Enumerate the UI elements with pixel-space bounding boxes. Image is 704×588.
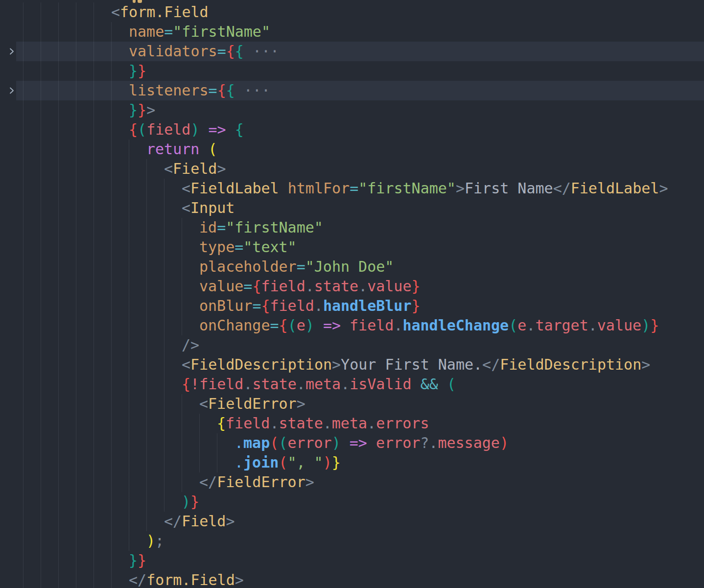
token: form.Field <box>120 3 209 21</box>
code-text: <Input <box>23 198 235 218</box>
code-line[interactable]: <Input <box>0 198 704 218</box>
code-line[interactable]: .join(", ")} <box>0 453 704 472</box>
token: error <box>376 434 420 451</box>
token: Your First Name. <box>341 356 482 373</box>
token: > <box>297 395 305 412</box>
token: ( <box>279 454 287 471</box>
token: > <box>146 101 155 118</box>
token: FieldDescription <box>190 356 332 373</box>
token: } <box>129 552 138 569</box>
code-line[interactable]: id="firstName" <box>0 218 704 237</box>
code-line[interactable]: }}> <box>0 100 704 120</box>
code-text: <FieldError> <box>23 394 305 414</box>
token: = <box>350 180 358 197</box>
code-editor[interactable]: <form.Fieldname="firstName"validators={{… <box>0 0 704 588</box>
code-line[interactable]: <form.Field <box>0 2 704 22</box>
token: ( <box>447 376 456 393</box>
token: value <box>597 317 641 334</box>
code-line[interactable]: {field.state.meta.errors <box>0 414 704 433</box>
token <box>341 434 350 451</box>
token: field <box>270 297 314 314</box>
token: . <box>314 297 323 314</box>
code-line[interactable]: onBlur={field.handleBlur} <box>0 296 704 316</box>
token: ) <box>190 121 199 138</box>
token: Field <box>173 160 217 177</box>
code-text: onChange={(e) => field.handleChange(e.ta… <box>23 316 659 335</box>
token: } <box>650 317 659 334</box>
token: } <box>190 493 199 510</box>
code-line[interactable]: return ( <box>0 140 704 159</box>
code-line[interactable]: .map((error) => error?.message) <box>0 433 704 453</box>
code-line[interactable]: }} <box>0 61 704 81</box>
token: < <box>182 180 190 197</box>
code-line[interactable]: placeholder="John Doe" <box>0 257 704 277</box>
code-text: validators={{ ··· <box>23 42 279 61</box>
token: "firstName" <box>173 23 270 40</box>
token: placeholder <box>199 258 297 275</box>
code-line[interactable]: type="text" <box>0 237 704 257</box>
code-line-highlighted[interactable]: listeners={{ ··· <box>0 81 704 100</box>
token: field <box>226 415 270 432</box>
fold-chevron-right-icon[interactable] <box>7 47 16 56</box>
code-line[interactable]: onChange={(e) => field.handleChange(e.ta… <box>0 316 704 335</box>
fold-chevron-right-icon[interactable] <box>7 86 16 95</box>
token: "firstName" <box>358 180 456 197</box>
code-line-highlighted[interactable]: validators={{ ··· <box>0 42 704 61</box>
token: > <box>456 180 465 197</box>
token: => <box>323 317 341 334</box>
token: { <box>129 121 138 138</box>
folded-code-ellipsis[interactable]: ··· <box>244 82 270 99</box>
code-text: <FieldDescription>Your First Name.</Fiel… <box>23 355 650 375</box>
token: ) <box>641 317 650 334</box>
token: field <box>199 376 243 393</box>
token: state <box>279 415 323 432</box>
token: > <box>332 356 341 373</box>
token: onBlur <box>199 297 252 314</box>
code-line[interactable]: <Field> <box>0 159 704 179</box>
code-line[interactable]: /> <box>0 335 704 355</box>
code-line[interactable]: }} <box>0 551 704 570</box>
token: Field <box>182 513 226 530</box>
token: e <box>517 317 526 334</box>
token: id <box>199 219 217 236</box>
code-text: .join(", ")} <box>23 453 341 472</box>
code-line[interactable]: ); <box>0 531 704 551</box>
code-line[interactable]: name="firstName" <box>0 22 704 42</box>
token: } <box>129 62 138 79</box>
token: < <box>182 199 190 216</box>
token: } <box>412 278 421 295</box>
token: message <box>438 434 499 451</box>
token: = <box>297 258 305 275</box>
token <box>314 317 323 334</box>
token: = <box>209 82 217 99</box>
code-line[interactable]: </FieldError> <box>0 472 704 492</box>
folded-code-ellipsis[interactable]: ··· <box>253 43 279 60</box>
code-line[interactable]: {!field.state.meta.isValid && ( <box>0 375 704 394</box>
token: > <box>217 160 226 177</box>
token: ", " <box>287 454 323 471</box>
token: => <box>350 434 367 451</box>
token: < <box>182 356 190 373</box>
code-line[interactable]: <FieldLabel htmlFor="firstName">First Na… <box>0 179 704 198</box>
token: ) <box>500 434 509 451</box>
token <box>199 141 208 158</box>
code-line[interactable]: )} <box>0 492 704 512</box>
code-line[interactable]: <FieldError> <box>0 394 704 414</box>
token: } <box>412 297 421 314</box>
token: state <box>314 278 358 295</box>
code-line[interactable]: {(field) => { <box>0 120 704 140</box>
token: > <box>659 180 668 197</box>
token: < <box>164 160 173 177</box>
token: </ <box>482 356 500 373</box>
token: ) <box>146 532 155 549</box>
code-line[interactable]: </form.Field> <box>0 570 704 588</box>
code-line[interactable]: value={field.state.value} <box>0 277 704 296</box>
token: htmlFor <box>288 180 350 197</box>
token: > <box>226 513 235 530</box>
token: Input <box>190 199 235 216</box>
code-line[interactable]: <FieldDescription>Your First Name.</Fiel… <box>0 355 704 375</box>
token: </ <box>129 571 146 588</box>
token: /> <box>182 336 199 353</box>
token: = <box>164 23 173 40</box>
code-line[interactable]: </Field> <box>0 512 704 531</box>
